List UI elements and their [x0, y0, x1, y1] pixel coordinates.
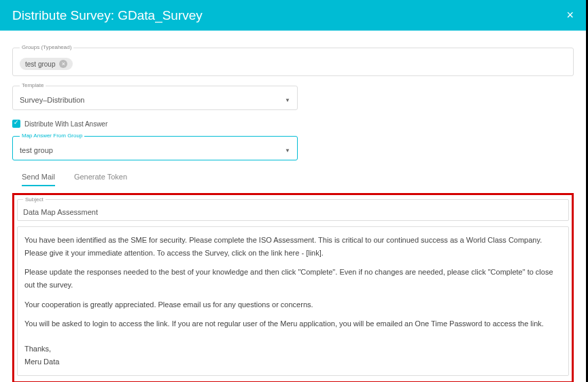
- chevron-down-icon: ▼: [285, 147, 290, 154]
- chevron-down-icon: ▼: [285, 97, 290, 103]
- mail-body-p: Your cooperation is greatly appreciated.…: [24, 298, 561, 311]
- mail-body-sign: Thanks,: [24, 343, 561, 355]
- template-value: Survey–Distribution: [20, 96, 84, 104]
- group-chip: test group ×: [20, 58, 73, 70]
- mail-tabs: Send Mail Generate Token: [22, 173, 574, 186]
- close-icon[interactable]: ×: [566, 8, 574, 22]
- mail-body-p: You have been identified as the SME for …: [24, 234, 561, 259]
- template-select[interactable]: Template Survey–Distribution ▼: [12, 86, 298, 110]
- subject-value: Data Map Assessment: [23, 208, 98, 216]
- group-chip-text: test group: [25, 60, 55, 68]
- mail-body-editor[interactable]: You have been identified as the SME for …: [17, 226, 569, 376]
- checkbox-checked-icon: [12, 120, 20, 128]
- mail-body-p: You will be asked to login to access the…: [24, 317, 561, 330]
- modal-header: Distribute Survey: GData_Survey ×: [0, 0, 586, 31]
- remove-chip-icon[interactable]: ×: [59, 60, 67, 68]
- mail-editor-highlight: Subject Data Map Assessment You have bee…: [12, 193, 574, 382]
- map-group-label: Map Answer From Group: [20, 133, 84, 139]
- mail-body-sign: Meru Data: [24, 355, 561, 368]
- template-label: Template: [20, 82, 46, 88]
- modal-title: Distribute Survey: GData_Survey: [12, 8, 203, 23]
- tab-generate-token[interactable]: Generate Token: [74, 173, 127, 186]
- groups-label: Groups (Typeahead): [20, 44, 73, 50]
- mail-body-p: Please update the responses needed to th…: [24, 266, 561, 291]
- groups-field[interactable]: Groups (Typeahead) test group ×: [12, 48, 574, 76]
- distribute-last-label: Distribute With Last Answer: [24, 120, 107, 128]
- map-group-select[interactable]: Map Answer From Group test group ▼: [12, 136, 298, 160]
- subject-field[interactable]: Subject Data Map Assessment: [17, 199, 569, 221]
- subject-label: Subject: [23, 196, 46, 203]
- map-group-value: test group: [20, 146, 53, 154]
- distribute-last-checkbox[interactable]: Distribute With Last Answer: [12, 120, 574, 128]
- tab-send-mail[interactable]: Send Mail: [22, 173, 55, 186]
